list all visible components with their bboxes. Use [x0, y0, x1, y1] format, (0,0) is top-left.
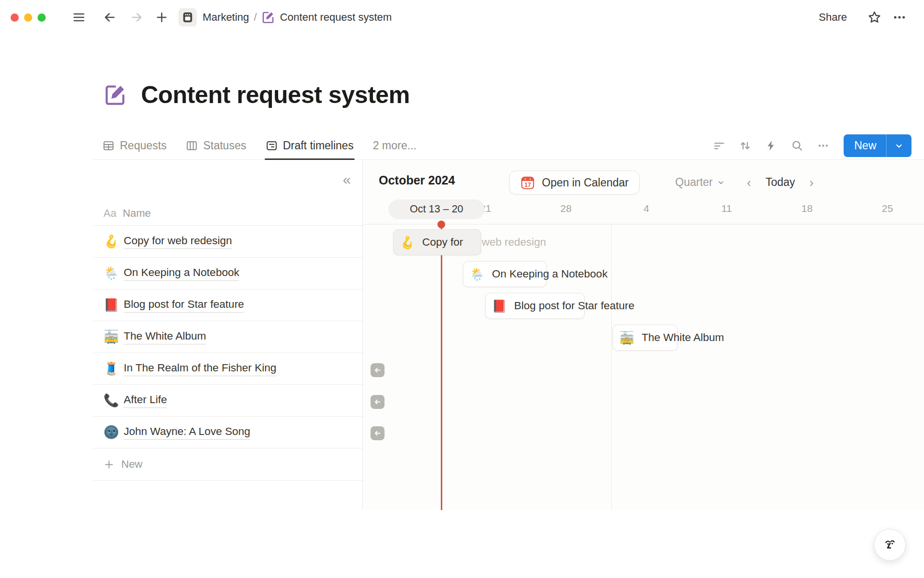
more-options-icon[interactable] [891, 9, 908, 26]
tab-requests[interactable]: Requests [103, 131, 167, 160]
page-emoji-new-moon-face: 🌚 [103, 425, 124, 440]
page-edit-icon [260, 9, 276, 26]
filter-icon[interactable] [710, 136, 729, 156]
share-button[interactable]: Share [819, 11, 847, 24]
left-arrow-icon [373, 429, 382, 437]
previous-period-icon[interactable]: ‹ [747, 176, 751, 189]
timeline-bar-on-keeping-a-notebook[interactable]: 🌦️ On Keeping a Notebook [463, 261, 547, 287]
month-boundary-gridline [611, 224, 612, 510]
scroll-to-item-left-arrow-button[interactable] [371, 395, 385, 409]
view-tabbar: Requests Statuses Draft timelines 2 more… [0, 131, 924, 160]
sort-icon[interactable] [736, 136, 755, 156]
page-title-edit-icon[interactable] [103, 82, 128, 107]
table-row[interactable]: 🌦️ On Keeping a Notebook [93, 258, 362, 289]
app-window: Marketing / Content request system Share… [0, 0, 924, 578]
forward-icon[interactable] [128, 9, 145, 26]
page-emoji-sun-rain-cloud: 🌦️ [103, 266, 124, 281]
svg-text:17: 17 [525, 181, 531, 188]
minimize-window-button[interactable] [24, 13, 32, 22]
traffic-lights [11, 13, 46, 22]
workspace-icon[interactable] [179, 8, 197, 26]
automations-lightning-icon[interactable] [762, 136, 781, 156]
table-row[interactable]: 🧵 In The Realm of the Fisher King [93, 353, 362, 385]
page-emoji-red-book: 📕 [492, 299, 507, 313]
tab-label: Draft timelines [283, 139, 354, 152]
zoom-window-button[interactable] [38, 13, 46, 22]
scroll-to-item-left-arrow-button[interactable] [371, 426, 385, 440]
zoom-select-value: Quarter [675, 176, 713, 189]
text-type-icon: Aa [103, 207, 116, 220]
timeline-bar-the-white-album[interactable]: 🚋 The White Album [613, 325, 678, 351]
page-emoji-hook: 🪝 [103, 234, 124, 249]
ai-face-icon [882, 537, 898, 553]
row-title[interactable]: Copy for web redesign [124, 235, 232, 249]
plus-icon [103, 459, 115, 470]
view-more-icon[interactable] [814, 136, 833, 156]
timeline-view-icon [266, 140, 278, 152]
close-window-button[interactable] [11, 13, 19, 22]
week-start-label: 25 [882, 203, 893, 214]
notion-ai-button[interactable] [874, 529, 906, 561]
collapse-panel-icon[interactable]: « [343, 172, 351, 187]
next-period-icon[interactable]: › [809, 176, 814, 189]
table-row[interactable]: 🌚 John Wayne: A Love Song [93, 417, 362, 448]
tab-label: 2 more... [373, 139, 417, 152]
bar-label: On Keeping a Notebook [492, 268, 607, 280]
breadcrumb-workspace[interactable]: Marketing [203, 11, 249, 24]
new-record-button[interactable]: New [844, 134, 911, 157]
favorite-star-icon[interactable] [866, 9, 883, 26]
tab-label: Requests [120, 139, 167, 152]
row-title[interactable]: In The Realm of the Fisher King [124, 362, 276, 376]
row-title[interactable]: On Keeping a Notebook [124, 266, 239, 281]
search-icon[interactable] [788, 136, 807, 156]
today-button[interactable]: Today [766, 176, 795, 189]
row-title[interactable]: The White Album [124, 330, 206, 344]
timeline-grid: web redesign 🪝 Copy for 🌦️ On Keeping a … [363, 224, 924, 510]
table-header-row[interactable]: Aa Name [93, 201, 362, 226]
new-page-icon[interactable] [154, 9, 170, 26]
page-emoji-red-book: 📕 [103, 298, 124, 313]
week-start-label: 28 [560, 203, 571, 214]
bar-label: Copy for [422, 236, 463, 249]
left-arrow-icon [373, 366, 382, 374]
table-row[interactable]: 📕 Blog post for Star feature [93, 289, 362, 321]
table-row[interactable]: 🪝 Copy for web redesign [93, 226, 362, 258]
back-icon[interactable] [102, 9, 118, 26]
page-emoji-thread: 🧵 [103, 361, 124, 376]
new-button-label: New [844, 134, 886, 157]
board-view-icon [186, 140, 198, 152]
today-marker-dot [437, 221, 445, 228]
page-title[interactable]: Content request system [141, 81, 410, 109]
timeline-panel: October 2024 17 Open in Calendar Quarter… [363, 160, 924, 510]
calendar-icon: 17 [520, 175, 535, 190]
timeline-zoom-select[interactable]: Quarter [675, 176, 725, 189]
week-start-label: 18 [801, 203, 812, 214]
scroll-to-item-left-arrow-button[interactable] [371, 363, 385, 377]
left-arrow-icon [373, 398, 382, 406]
chevron-down-icon[interactable] [886, 134, 911, 157]
add-new-row-button[interactable]: New [93, 448, 362, 481]
timeline-month-label: October 2024 [379, 173, 455, 187]
row-title[interactable]: John Wayne: A Love Song [124, 425, 250, 440]
timeline-bar-copy-for-web-redesign[interactable]: 🪝 Copy for [393, 229, 481, 255]
tab-statuses[interactable]: Statuses [186, 131, 246, 160]
breadcrumb-page[interactable]: Content request system [280, 11, 392, 24]
bar-overflow-label: web redesign [482, 229, 546, 255]
row-title[interactable]: After Life [124, 394, 167, 408]
week-start-label: 11 [721, 203, 732, 214]
timeline-bar-blog-post-for-star-feature[interactable]: 📕 Blog post for Star feature [485, 293, 585, 319]
table-row[interactable]: 🚋 The White Album [93, 321, 362, 353]
page-emoji-tram: 🚋 [619, 331, 634, 345]
table-row[interactable]: 📞 After Life [93, 385, 362, 417]
selected-week-pill[interactable]: Oct 13 – 20 [388, 199, 485, 219]
new-row-label: New [121, 458, 142, 471]
tab-more-views[interactable]: 2 more... [373, 131, 417, 160]
open-in-calendar-button[interactable]: 17 Open in Calendar [509, 171, 640, 195]
tab-draft-timelines[interactable]: Draft timelines [266, 131, 354, 160]
open-in-calendar-label: Open in Calendar [542, 176, 629, 189]
week-start-label: 4 [643, 203, 649, 214]
sidebar-menu-icon[interactable] [71, 9, 87, 26]
today-marker-line [441, 224, 442, 510]
timeline-week-ruler: 21 28 4 11 18 25 Oct 13 – 20 [363, 199, 924, 222]
row-title[interactable]: Blog post for Star feature [124, 298, 244, 313]
